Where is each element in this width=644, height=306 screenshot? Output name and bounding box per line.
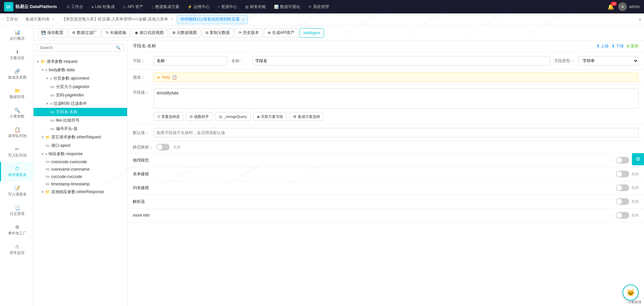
sidebar-item-request-pool[interactable]: 📋 请求队列池 [0, 123, 33, 142]
func-helper-button[interactable]: fx 函数助手 [186, 112, 213, 121]
nav-system[interactable]: ⚙ 系统管理 [304, 0, 333, 13]
tab-workbench[interactable]: 工作台 [3, 15, 21, 24]
sidebar-item-event-factory[interactable]: ⚙ 事件加工厂 [0, 220, 33, 240]
tree-node-response[interactable]: ▼ A 响应参数-response [34, 150, 127, 158]
tree-node-like-op[interactable]: Str like-比较符号 [34, 116, 127, 125]
move-down-button[interactable]: ⬇ 下移 [611, 43, 624, 49]
search-icon[interactable]: 🔍 [116, 45, 121, 50]
tab-inventory[interactable]: 【类型退货预入库】旺店通-入库单管理==>金蝶-其他入库单 × [58, 15, 176, 24]
copy-meta-button[interactable]: ⧉ 复制元数据 [202, 28, 233, 38]
parser-toggle[interactable] [616, 198, 629, 205]
static-map-toggle[interactable] [156, 144, 170, 150]
ops-icon: ⚡ [187, 5, 192, 9]
more-info-toggle[interactable] [616, 212, 629, 219]
app-logo[interactable]: QC 轻易云 DataPlatform [4, 2, 57, 11]
tree-node-timestamp[interactable]: Str timestamp-timestamp [34, 180, 127, 188]
nav-lite[interactable]: ◈ Lite 轻集成 [87, 0, 119, 13]
move-up-button[interactable]: ⬆ 上移 [596, 43, 609, 49]
nav-ops[interactable]: ⚡ 运维中心 [183, 0, 214, 13]
tree-node-field-name[interactable]: Str 字段名-名称 [34, 108, 127, 116]
tree-node-apiurl[interactable]: Str 接口-apiurl [34, 141, 127, 150]
assistant-label: 小青助理 [628, 300, 641, 305]
nav-data-solution[interactable]: △ 数据集成方案 [147, 0, 183, 13]
tree-node-prefix-val[interactable]: Str 编号开头-值 [34, 125, 127, 133]
sidebar-item-relation-view[interactable]: 🔗 集成关系图 [0, 64, 33, 84]
history-button[interactable]: ⟳ 历史版本 [235, 28, 263, 38]
copy-help-icon[interactable]: 📋 [172, 75, 177, 80]
default-input[interactable] [154, 128, 639, 137]
interface-view-icon: ◉ [135, 31, 138, 35]
solution-select-button[interactable]: ⚙ 集成方案选择 [289, 112, 324, 121]
sidebar-item-data-mgmt[interactable]: 📁 数据管理 [0, 84, 33, 103]
sidebar-item-anomaly-monitor[interactable]: ⚠ 异常监控 [0, 240, 33, 259]
save-config-button[interactable]: 💾 保存配置 [38, 28, 67, 38]
gen-api-button[interactable]: ⊕ 生成API资产 [264, 28, 298, 38]
list-build-toggle[interactable] [616, 184, 629, 191]
nav-visualization[interactable]: 📊 数据可视化 [270, 0, 304, 13]
solution-info-icon: ℹ [4, 49, 31, 54]
tree-node-cvenname[interactable]: Str cvenname-cvenname [34, 166, 127, 173]
tree-node-pageindex[interactable]: Str 页码-pageindex [34, 91, 127, 99]
nav-finance[interactable]: ▦ 财务对账 [241, 0, 270, 13]
system-icon: ⚙ [308, 5, 312, 9]
overview-icon: 📊 [4, 30, 31, 35]
nav-api[interactable]: ◎ API 资产 [119, 0, 147, 13]
tree-node-body-data[interactable]: ▼ A body参数-data [34, 66, 127, 74]
left-sidebar: 📊 运行概况 ℹ 方案信息 🔗 集成关系图 📁 数据管理 🔍 小青查数 📋 请求… [0, 26, 34, 306]
supplement-label: 补漏措施 [110, 30, 126, 36]
nav-workbench[interactable]: ⚙ 工作台 [62, 0, 87, 13]
toggle-response: ▼ [41, 152, 44, 156]
tree-node-other-response[interactable]: ▼ 📁 其他响应参数-otherResponse [34, 188, 127, 196]
interface-view-button[interactable]: ◉ 接口信息视图 [131, 28, 167, 38]
settings-fab[interactable]: ⚙ [632, 153, 644, 165]
copy-button[interactable]: ⧉ 复制 [627, 43, 639, 49]
search-input[interactable] [40, 45, 114, 50]
content-wrapper: 💾 保存配置 ⚙ 数据过滤厂 ✎ 补漏措施 ◉ 接口信息视图 ⊞ 元数据视图 ⧉ [34, 26, 644, 306]
supplement-button[interactable]: ✎ 补漏措施 [102, 28, 130, 38]
sidebar-item-solution-info[interactable]: ℹ 方案信息 [0, 45, 33, 64]
name-input[interactable] [252, 56, 550, 65]
tree-node-apicontext[interactable]: ▼ A 分页参数-apicontext [34, 74, 127, 83]
related-field-button[interactable]: ◈ 关联方案字段 [253, 112, 287, 121]
type-tag-cvencode: Str [46, 160, 50, 164]
tree-node-request[interactable]: ▼ 📁 请求参数-request [34, 57, 127, 66]
tab-solution-list-close[interactable]: × [52, 17, 54, 21]
tree-node-filter-condition-label: 过滤时间-过滤条件 [53, 101, 87, 106]
user-menu[interactable]: A admin [618, 2, 640, 11]
type-tag-apiurl: Str [46, 144, 50, 147]
list-build-label: 列表建模 [133, 185, 149, 191]
tab-more-button[interactable]: ≡ [639, 17, 641, 22]
value-textarea[interactable]: dmodifydate [154, 88, 639, 108]
data-filter-button[interactable]: ⚙ 数据过滤厂 [68, 28, 101, 38]
tree-node-pagesize[interactable]: Str 分页大小-pagesize [34, 83, 127, 91]
tab-current-close[interactable]: × [242, 17, 244, 21]
var-selector-label: 变量选择器 [161, 114, 180, 119]
sidebar-item-log-mgmt[interactable]: 📃 日志管理 [0, 201, 33, 220]
notification-button[interactable]: 🔔 10 [607, 4, 614, 10]
nav-resource[interactable]: ≡ 资源中心 [214, 0, 241, 13]
sidebar-item-query[interactable]: 🔍 小青查数 [0, 103, 33, 123]
tree-node-other-request-label: 其它请求参数-otherRequest [51, 134, 101, 140]
tree-node-other-request[interactable]: ▼ 📁 其它请求参数-otherRequest [34, 133, 127, 141]
tree-node-cvencode[interactable]: Str cvencode-cvencode [34, 158, 127, 166]
physical-model-toggle[interactable] [616, 157, 629, 164]
tab-solution-list[interactable]: 集成方案列表 × [22, 15, 58, 24]
tree-node-cvecode[interactable]: Str cvccode-cvccode [34, 173, 127, 180]
var-selector-button[interactable]: ▽ 变量选择器 [154, 112, 183, 121]
sidebar-item-request-scheduler[interactable]: ⏱ 请求调度者 [0, 162, 33, 181]
tree-node-filter-condition[interactable]: ▼ A 过滤时间-过滤条件 [34, 99, 127, 108]
tab-current[interactable]: 帝特物联111张套供应商到旺店通 × [177, 15, 248, 24]
sidebar-item-overview[interactable]: 📊 运行概况 [0, 26, 33, 45]
mongo-query-button[interactable]: ◎ _mongoQuery [215, 112, 251, 121]
field-input[interactable] [154, 56, 227, 65]
intelligent-button[interactable]: intelligent [300, 28, 324, 38]
sidebar-item-write-scheduler[interactable]: 📝 写入调度者 [0, 181, 33, 201]
assistant-bubble[interactable]: 🐱 [623, 285, 639, 301]
other-response-folder-icon: 📁 [45, 190, 50, 194]
table-build-toggle[interactable] [616, 171, 629, 177]
data-filter-label: 数据过滤厂 [77, 30, 97, 36]
meta-view-button[interactable]: ⊞ 元数据视图 [169, 28, 201, 38]
sidebar-item-write-pool[interactable]: ✏ 写入队列池 [0, 142, 33, 162]
tab-inventory-close[interactable]: × [171, 17, 173, 21]
type-select[interactable]: 字符串 整数 布尔 数组 对象 [578, 56, 639, 65]
